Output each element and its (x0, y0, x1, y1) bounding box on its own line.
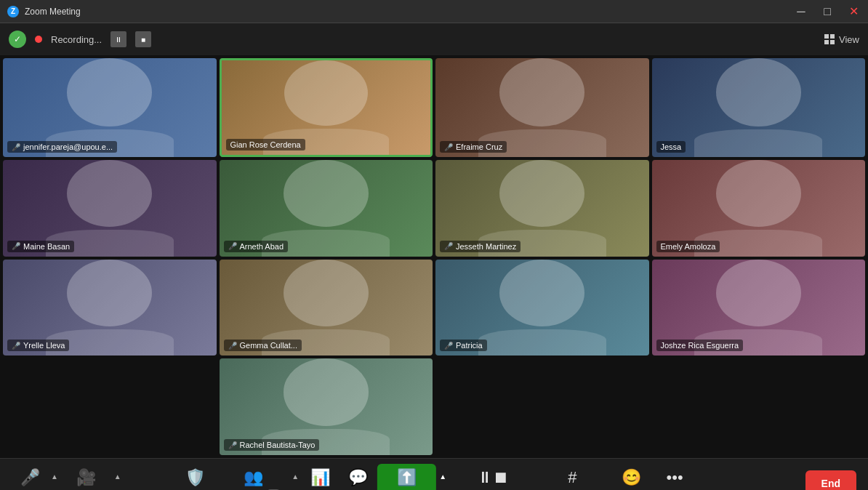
mic-muted-icon: 🎤 (444, 342, 453, 350)
window-title: Zoom Meeting (25, 7, 81, 17)
polls-button[interactable]: 📊 Polls (302, 464, 338, 490)
chat-button[interactable]: 💬 Chat (339, 464, 376, 490)
participant-name-5: 🎤 Maine Basan (7, 241, 74, 252)
mic-muted-icon: 🎤 (228, 441, 237, 449)
title-left: Z Zoom Meeting (7, 6, 81, 17)
grid-view-icon (824, 34, 835, 44)
toolbar: 🎤 Mute ▲ 🎥 Stop Video ▲ 🛡️ Security 👥 Pa… (0, 458, 868, 490)
avatar-head (499, 260, 584, 326)
recording-indicator-dot (35, 36, 42, 43)
participant-name-2: Gian Rose Cerdena (226, 139, 305, 150)
more-icon: ••• (667, 468, 683, 487)
avatar-head (499, 160, 584, 227)
mic-muted-icon: 🎤 (12, 242, 20, 250)
empty-cell-right2 (652, 358, 866, 455)
breakout-rooms-button[interactable]: # Breakout Rooms (538, 464, 606, 490)
empty-cell-right1 (435, 358, 649, 455)
chat-icon: 💬 (348, 468, 368, 487)
avatar-body (694, 129, 822, 157)
toolbar-center-group: 🛡️ Security 👥 Participants 13 ▲ 📊 Polls … (175, 464, 693, 490)
mute-caret[interactable]: ▲ (49, 470, 60, 483)
participants-button[interactable]: 👥 Participants 13 (217, 464, 289, 490)
avatar-head (499, 58, 584, 126)
participant-cell-12: Joshze Rica Esguerra (652, 260, 866, 356)
pause-stop-recording-button[interactable]: ⏸⏹ Pause/Stop Recording (449, 464, 537, 490)
participant-cell-13: 🎤 Rachel Bautista-Tayo (220, 358, 433, 455)
avatar-head (284, 60, 368, 126)
participants-caret[interactable]: ▲ (290, 470, 300, 483)
participant-name-10: 🎤 Gemma Cullat... (224, 340, 302, 351)
participant-cell-6: 🎤 Arneth Abad (220, 160, 433, 257)
close-button[interactable]: ✕ (846, 4, 861, 18)
participant-cell-7: 🎤 Jesseth Martinez (435, 160, 649, 257)
video-grid: 🎤 jennifer.pareja@upou.e... Gian Rose Ce… (0, 55, 868, 458)
stop-recording-button[interactable]: ■ (135, 31, 151, 47)
maximize-button[interactable]: □ (820, 5, 835, 18)
avatar-head (716, 260, 801, 326)
view-button[interactable]: View (824, 34, 859, 45)
toolbar-left-group: 🎤 Mute ▲ 🎥 Stop Video ▲ (12, 464, 123, 490)
security-shield-icon: ✓ (9, 31, 26, 48)
recording-icon: ⏸⏹ (477, 468, 509, 487)
mic-muted-icon: 🎤 (12, 342, 20, 350)
avatar-body (478, 329, 606, 356)
avatar-head (284, 260, 369, 326)
participant-name-13: 🎤 Rachel Bautista-Tayo (224, 439, 320, 451)
participant-cell-4: Jessa (652, 58, 866, 157)
share-screen-icon: ⬆️ (397, 468, 417, 487)
avatar-head (67, 160, 152, 227)
video-icon: 🎥 (76, 468, 96, 487)
avatar-head (67, 260, 152, 326)
mute-button[interactable]: 🎤 Mute (12, 464, 48, 490)
end-button[interactable]: End (805, 470, 856, 491)
participant-name-12: Joshze Rica Esguerra (656, 340, 744, 351)
participant-cell-5: 🎤 Maine Basan (3, 160, 217, 257)
top-status-bar: ✓ Recording... ⏸ ■ View (0, 23, 868, 55)
participant-name-3: 🎤 Efraime Cruz (440, 141, 507, 153)
participant-name-6: 🎤 Arneth Abad (224, 241, 289, 252)
participant-cell-1: 🎤 jennifer.pareja@upou.e... (3, 58, 217, 157)
reactions-icon: 😊 (622, 468, 641, 487)
recording-status-text: Recording... (51, 34, 102, 45)
participant-cell-2: Gian Rose Cerdena (220, 58, 433, 157)
participant-name-7: 🎤 Jesseth Martinez (440, 241, 521, 252)
participant-cell-11: 🎤 Patricia (435, 260, 649, 356)
avatar-head (67, 58, 152, 126)
avatar-head (716, 160, 801, 227)
breakout-rooms-icon: # (568, 468, 576, 487)
minimize-button[interactable]: ─ (794, 5, 808, 18)
participant-name-8: Emely Amoloza (656, 241, 720, 252)
participant-cell-9: 🎤 Yrelle Lleva (3, 260, 217, 356)
video-caret[interactable]: ▲ (113, 470, 123, 483)
participant-name-9: 🎤 Yrelle Lleva (7, 340, 69, 351)
polls-icon: 📊 (310, 468, 330, 487)
title-bar: Z Zoom Meeting ─ □ ✕ (0, 0, 868, 23)
participant-name-4: Jessa (656, 141, 686, 153)
avatar-head (284, 160, 369, 227)
avatar-head (716, 58, 801, 126)
mic-muted-icon: 🎤 (228, 342, 237, 350)
participant-cell-10: 🎤 Gemma Cullat... (220, 260, 433, 356)
stop-video-button[interactable]: 🎥 Stop Video (61, 464, 111, 490)
window-controls[interactable]: ─ □ ✕ (794, 4, 861, 18)
share-screen-button[interactable]: ⬆️ Share Screen (377, 464, 436, 490)
more-button[interactable]: ••• More (656, 464, 693, 490)
participant-cell-3: 🎤 Efraime Cruz (435, 58, 649, 157)
pause-recording-button[interactable]: ⏸ (110, 31, 126, 47)
zoom-icon: Z (7, 6, 19, 17)
participant-name-11: 🎤 Patricia (440, 340, 487, 351)
avatar-head (284, 358, 369, 425)
participant-cell-8: Emely Amoloza (652, 160, 866, 257)
participants-icon: 👥 (244, 468, 263, 487)
participant-name-1: 🎤 jennifer.pareja@upou.e... (7, 141, 117, 153)
mute-icon: 🎤 (20, 468, 40, 487)
security-button[interactable]: 🛡️ Security (175, 464, 216, 490)
mic-muted-icon: 🎤 (228, 242, 237, 250)
share-screen-caret[interactable]: ▲ (438, 470, 448, 483)
mic-muted-icon: 🎤 (444, 242, 453, 250)
mic-muted-icon: 🎤 (12, 143, 20, 151)
empty-cell-left (3, 358, 217, 455)
security-icon: 🛡️ (185, 468, 205, 487)
reactions-button[interactable]: 😊 Reactions (608, 464, 655, 490)
mic-muted-icon: 🎤 (444, 143, 453, 151)
